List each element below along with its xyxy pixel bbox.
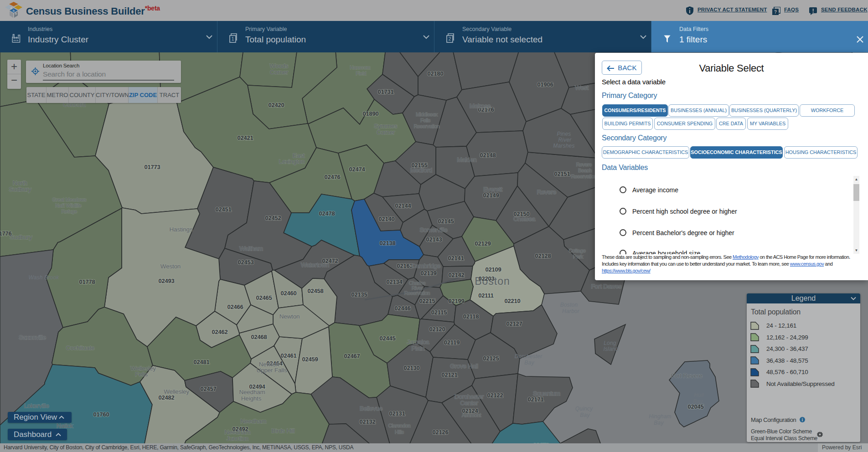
svg-text:Nat'l Wildlife: Nat'l Wildlife <box>55 203 81 208</box>
svg-text:02144: 02144 <box>395 202 411 209</box>
svg-text:Center: Center <box>460 400 478 406</box>
svg-text:02122: 02122 <box>487 392 503 399</box>
svg-text:02203: 02203 <box>478 275 494 282</box>
svg-text:02139: 02139 <box>420 270 436 277</box>
svg-text:01731: 01731 <box>377 88 393 95</box>
svg-text:Medford: Medford <box>410 167 432 174</box>
svg-text:Dorchester: Dorchester <box>515 353 542 360</box>
svg-text:Symmes: Symmes <box>374 123 398 129</box>
svg-text:02452: 02452 <box>265 215 281 221</box>
svg-text:c: c <box>10 6 12 10</box>
svg-text:2: 2 <box>448 36 451 41</box>
svg-text:02493: 02493 <box>158 277 174 284</box>
svg-text:02474: 02474 <box>349 166 365 173</box>
svg-text:02121: 02121 <box>441 371 457 378</box>
svg-text:Reservation: Reservation <box>571 174 597 179</box>
svg-text:02109: 02109 <box>485 266 501 273</box>
svg-text:Cochituate: Cochituate <box>66 344 95 351</box>
svg-text:Reservation: Reservation <box>404 290 430 296</box>
svg-text:02421: 02421 <box>237 134 253 141</box>
svg-text:Field: Field <box>356 71 367 76</box>
svg-text:Newton: Newton <box>279 313 300 320</box>
svg-text:Bay: Bay <box>654 420 664 426</box>
svg-text:Junction: Junction <box>227 435 249 442</box>
svg-text:02466: 02466 <box>227 303 243 310</box>
svg-text:Needham: Needham <box>224 429 250 436</box>
svg-text:Upper Falls: Upper Falls <box>257 367 287 374</box>
svg-text:Saxonville: Saxonville <box>19 334 46 341</box>
svg-text:01906: 01906 <box>537 81 553 88</box>
svg-text:02132: 02132 <box>359 418 375 425</box>
svg-text:Needham: Needham <box>239 389 265 396</box>
svg-text:02131: 02131 <box>389 410 405 417</box>
svg-text:01773: 01773 <box>144 164 160 170</box>
svg-text:Malden: Malden <box>457 156 476 163</box>
svg-text:02465: 02465 <box>256 294 272 301</box>
svg-text:Revere: Revere <box>576 162 592 167</box>
svg-text:02120: 02120 <box>429 326 445 333</box>
svg-text:02482: 02482 <box>158 394 174 401</box>
svg-text:Bay: Bay <box>524 360 534 366</box>
svg-text:02476: 02476 <box>324 174 340 180</box>
svg-text:02141: 02141 <box>448 255 464 262</box>
svg-text:Beach: Beach <box>578 168 592 173</box>
svg-text:02453: 02453 <box>238 259 253 266</box>
svg-text:Sudbury: Sudbury <box>10 234 32 241</box>
svg-text:Sudbury: Sudbury <box>9 186 31 193</box>
svg-text:02199: 02199 <box>448 298 464 304</box>
svg-text:?: ? <box>774 10 777 15</box>
svg-text:Somerville: Somerville <box>419 226 447 233</box>
svg-text:02467: 02467 <box>344 353 360 360</box>
svg-text:02126: 02126 <box>432 429 448 436</box>
svg-text:Boston: Boston <box>560 302 578 308</box>
svg-text:02142: 02142 <box>448 272 464 278</box>
svg-text:02461: 02461 <box>280 352 296 359</box>
svg-text:Natick: Natick <box>57 422 73 429</box>
svg-text:Cambridge: Cambridge <box>411 262 440 269</box>
svg-text:02149: 02149 <box>483 192 499 199</box>
svg-text:02210: 02210 <box>504 298 520 304</box>
svg-text:Hingham: Hingham <box>649 413 671 420</box>
svg-text:02128: 02128 <box>535 252 551 259</box>
svg-text:Pines: Pines <box>557 131 571 137</box>
svg-text:02129: 02129 <box>475 240 491 247</box>
svg-text:02478: 02478 <box>319 210 335 217</box>
svg-text:02163: 02163 <box>397 262 413 269</box>
svg-text:02135: 02135 <box>351 291 367 298</box>
svg-text:01778: 01778 <box>79 278 95 285</box>
svg-text:02130: 02130 <box>403 365 419 371</box>
svg-text:b: b <box>13 9 15 12</box>
svg-text:02459: 02459 <box>302 356 318 363</box>
svg-text:Fells: Fells <box>420 118 431 123</box>
svg-text:02468: 02468 <box>251 334 267 340</box>
svg-text:02127: 02127 <box>506 320 522 327</box>
svg-text:02143: 02143 <box>426 236 442 243</box>
svg-text:Harbor: Harbor <box>562 308 580 314</box>
svg-text:Lexington: Lexington <box>279 158 305 165</box>
svg-text:Marshes: Marshes <box>553 143 574 149</box>
svg-text:Jamaica: Jamaica <box>407 339 430 345</box>
svg-text:Lokerville: Lokerville <box>24 402 49 409</box>
svg-text:02446: 02446 <box>394 305 410 312</box>
svg-text:Weston: Weston <box>160 263 181 270</box>
svg-text:Grove Hall: Grove Hall <box>450 363 478 370</box>
svg-text:02118: 02118 <box>463 313 479 320</box>
svg-text:02111: 02111 <box>478 292 494 299</box>
svg-text:02451: 02451 <box>215 206 231 213</box>
svg-text:Bay: Bay <box>693 398 703 405</box>
svg-text:Heights: Heights <box>241 395 262 402</box>
svg-text:02138: 02138 <box>379 240 395 247</box>
svg-text:02140: 02140 <box>378 216 394 222</box>
svg-text:Hastings: Hastings <box>170 226 193 233</box>
svg-text:Hull: Hull <box>694 392 704 398</box>
svg-text:Quincy: Quincy <box>575 406 593 412</box>
svg-text:Woods: Woods <box>270 62 289 69</box>
svg-text:Long: Long <box>604 340 616 346</box>
svg-text:Fort Revere: Fort Revere <box>671 372 702 379</box>
svg-text:Watertown: Watertown <box>301 262 329 268</box>
svg-text:Hanscom: Hanscom <box>350 65 370 70</box>
svg-text:River: River <box>558 137 572 143</box>
svg-text:Squantum: Squantum <box>533 390 560 397</box>
svg-text:Corner: Corner <box>377 129 395 136</box>
svg-text:Ashmont: Ashmont <box>462 412 481 418</box>
